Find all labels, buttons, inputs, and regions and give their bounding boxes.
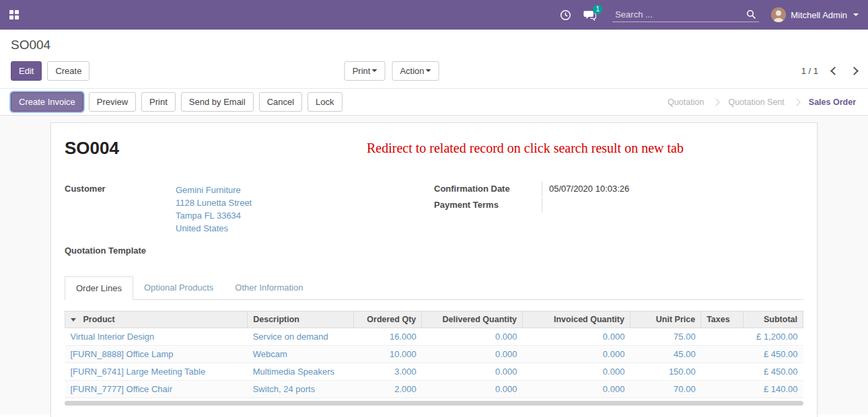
control-panel: SO004 Edit Create Print Action 1 / 1 (0, 30, 868, 88)
unit-price-cell: 75.00 (630, 328, 700, 346)
user-caret-down-icon (853, 13, 859, 16)
taxes-cell (701, 328, 744, 346)
column-delivered-quantity[interactable]: Delivered Quantity (422, 311, 523, 328)
print-button[interactable]: Print (141, 92, 176, 112)
user-name: Mitchell Admin (791, 10, 847, 20)
customer-country: United States (176, 222, 252, 235)
pager-previous-icon[interactable] (830, 67, 839, 75)
action-dropdown-label: Action (400, 66, 424, 76)
taxes-cell (701, 346, 744, 363)
column-invoiced-quantity[interactable]: Invoiced Quantity (523, 311, 630, 328)
breadcrumb: SO004 (11, 38, 857, 52)
print-dropdown[interactable]: Print (345, 61, 386, 81)
search-input[interactable] (615, 9, 746, 20)
table-row[interactable]: [FURN_7777] Office Chair Switch, 24 port… (65, 381, 803, 398)
delivered-qty-cell: 0.000 (422, 328, 523, 346)
ordered-qty-cell: 3.000 (354, 363, 422, 381)
user-menu[interactable]: Mitchell Admin (771, 7, 859, 22)
send-by-email-button[interactable]: Send by Email (181, 92, 254, 112)
invoiced-qty-cell: 0.000 (523, 381, 630, 398)
customer-city: Tampa FL 33634 (176, 209, 252, 222)
confirmation-date-label: Confirmation Date (434, 182, 542, 196)
pager-counter[interactable]: 1 / 1 (801, 66, 818, 76)
horizontal-scrollbar[interactable] (65, 401, 803, 406)
create-invoice-button[interactable]: Create Invoice (11, 92, 83, 112)
top-navbar: 1 Mitchell Admin (0, 0, 868, 30)
stage-quotation-sent[interactable]: Quotation Sent (727, 95, 785, 110)
customer-name: Gemini Furniture (176, 184, 252, 196)
subtotal-cell: £ 450.00 (743, 346, 803, 363)
cancel-button[interactable]: Cancel (259, 92, 302, 112)
pager-next-icon[interactable] (850, 67, 859, 75)
unit-price-cell: 150.00 (630, 363, 700, 381)
create-button[interactable]: Create (47, 61, 89, 81)
subtotal-cell: £ 140.00 (743, 381, 803, 398)
action-dropdown[interactable]: Action (392, 61, 439, 81)
customer-street: 1128 Lunetta Street (176, 196, 252, 209)
delivered-qty-cell: 0.000 (422, 381, 523, 398)
order-lines-table: Product Description Ordered Qty Delivere… (65, 311, 803, 398)
sales-order-sheet: SO004 Redirect to related record on clic… (50, 122, 818, 417)
unit-price-cell: 70.00 (630, 381, 700, 398)
description-cell: Switch, 24 ports (248, 381, 354, 398)
column-ordered-qty[interactable]: Ordered Qty (354, 311, 422, 328)
stage-sales-order[interactable]: Sales Order (807, 95, 857, 110)
content-area: SO004 Redirect to related record on clic… (0, 116, 868, 414)
page-title: SO004 (65, 138, 119, 159)
stage-quotation[interactable]: Quotation (666, 95, 705, 110)
customer-label: Customer (65, 182, 169, 237)
invoiced-qty-cell: 0.000 (523, 363, 630, 381)
column-product[interactable]: Product (83, 315, 114, 324)
tab-other-information[interactable]: Other Information (224, 276, 314, 300)
tab-order-lines[interactable]: Order Lines (65, 276, 133, 300)
description-cell: Multimedia Speakers (248, 363, 354, 381)
stage-separator-icon (713, 98, 720, 106)
list-caret-down-icon[interactable] (71, 318, 76, 321)
column-unit-price[interactable]: Unit Price (630, 311, 700, 328)
tab-optional-products[interactable]: Optional Products (133, 276, 224, 300)
notebook-tabs: Order Lines Optional Products Other Info… (65, 276, 803, 300)
ordered-qty-cell: 2.000 (354, 381, 422, 398)
taxes-cell (701, 363, 744, 381)
print-caret-down-icon (371, 69, 377, 72)
message-count-badge: 1 (593, 5, 602, 14)
delivered-qty-cell: 0.000 (422, 346, 523, 363)
product-cell: [FURN_8888] Office Lamp (65, 346, 248, 363)
statusbar-stages: Quotation Quotation Sent Sales Order (666, 95, 857, 110)
invoiced-qty-cell: 0.000 (523, 328, 630, 346)
description-cell: Service on demand (248, 328, 354, 346)
payment-terms-value[interactable] (542, 198, 676, 213)
product-cell: Virtual Interior Design (65, 328, 248, 346)
description-cell: Webcam (248, 346, 354, 363)
subtotal-cell: £ 1,200.00 (743, 328, 803, 346)
customer-value[interactable]: Gemini Furniture 1128 Lunetta Street Tam… (169, 182, 252, 237)
apps-menu-icon[interactable] (9, 10, 19, 20)
action-caret-down-icon (426, 69, 431, 72)
column-subtotal[interactable]: Subtotal (743, 311, 803, 328)
invoiced-qty-cell: 0.000 (523, 346, 630, 363)
column-description[interactable]: Description (248, 311, 354, 328)
table-header-row: Product Description Ordered Qty Delivere… (65, 311, 803, 328)
quotation-template-value[interactable] (169, 243, 176, 258)
ordered-qty-cell: 10.000 (354, 346, 422, 363)
product-cell: [FURN_7777] Office Chair (65, 381, 248, 398)
payment-terms-label: Payment Terms (434, 198, 542, 213)
table-row[interactable]: [FURN_6741] Large Meeting Table Multimed… (65, 363, 803, 381)
delivered-qty-cell: 0.000 (422, 363, 523, 381)
activity-clock-icon[interactable] (560, 9, 571, 21)
global-search (612, 7, 759, 22)
user-avatar (771, 7, 786, 22)
messages-chat-icon[interactable]: 1 (583, 9, 596, 21)
product-cell: [FURN_6741] Large Meeting Table (65, 363, 248, 381)
table-row[interactable]: Virtual Interior Design Service on deman… (65, 328, 803, 346)
print-dropdown-label: Print (353, 66, 371, 76)
preview-button[interactable]: Preview (89, 92, 136, 112)
edit-button[interactable]: Edit (11, 61, 42, 81)
table-row[interactable]: [FURN_8888] Office Lamp Webcam 10.000 0.… (65, 346, 803, 363)
ordered-qty-cell: 16.000 (354, 328, 422, 346)
column-taxes[interactable]: Taxes (701, 311, 744, 328)
search-icon[interactable] (746, 9, 756, 20)
lock-button[interactable]: Lock (308, 92, 342, 112)
quotation-template-label: Quotation Template (65, 243, 169, 258)
unit-price-cell: 45.00 (630, 346, 700, 363)
